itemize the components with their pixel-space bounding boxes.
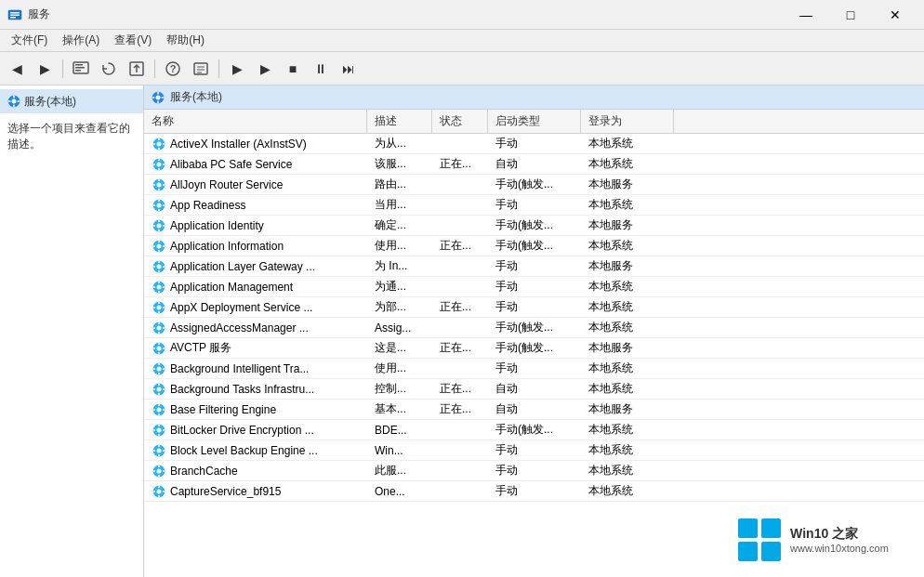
close-button[interactable]: ✕	[874, 0, 917, 30]
svg-rect-128	[153, 470, 155, 472]
col-header-login[interactable]: 登录为	[581, 110, 674, 133]
table-row[interactable]: Background Intelligent Tra... 使用... 手动 本…	[144, 359, 924, 379]
table-row[interactable]: Block Level Backup Engine ... Win... 手动 …	[144, 440, 924, 461]
td-status	[432, 265, 488, 269]
svg-point-125	[157, 468, 162, 473]
play-button[interactable]: ▶	[224, 56, 250, 82]
table-row[interactable]: AssignedAccessManager ... Assig... 手动(触发…	[144, 318, 924, 338]
svg-point-53	[157, 223, 162, 228]
minimize-button[interactable]: —	[785, 0, 827, 30]
td-status	[432, 449, 488, 452]
watermark-text-block: Win10 之家 www.win10xtong.com	[790, 526, 889, 554]
td-status	[432, 469, 488, 473]
td-status	[432, 490, 488, 493]
table-row[interactable]: ActiveX Installer (AxInstSV) 为从... 手动 本地…	[144, 134, 924, 154]
svg-rect-114	[158, 425, 160, 426]
td-status	[432, 203, 488, 207]
show-console-button[interactable]	[68, 56, 94, 82]
td-login: 本地系统	[581, 195, 674, 215]
td-desc: 此服...	[367, 461, 432, 480]
svg-point-77	[157, 305, 162, 309]
td-desc: One...	[367, 483, 432, 500]
export-button[interactable]	[124, 56, 150, 82]
service-icon	[152, 300, 166, 315]
table-row[interactable]: Application Identity 确定... 手动(触发... 本地服务	[144, 216, 924, 236]
pause-button[interactable]: ⏸	[308, 56, 334, 82]
col-header-startup[interactable]: 启动类型	[488, 110, 581, 133]
td-status	[432, 142, 488, 146]
svg-rect-60	[158, 241, 160, 243]
svg-rect-7	[75, 70, 81, 72]
svg-rect-91	[158, 352, 160, 354]
play2-button[interactable]: ▶	[252, 56, 278, 82]
svg-rect-103	[158, 393, 160, 395]
restart-button[interactable]: ⏭	[336, 56, 362, 82]
sidebar-header[interactable]: 服务(本地)	[0, 89, 143, 113]
table-row[interactable]: BitLocker Drive Encryption ... BDE... 手动…	[144, 420, 924, 440]
menu-view[interactable]: 查看(V)	[107, 31, 159, 50]
title-bar: 服务 — □ ✕	[0, 0, 924, 30]
table-row[interactable]: AppX Deployment Service ... 为部... 正在... …	[144, 297, 924, 318]
stop-button[interactable]: ■	[280, 56, 306, 82]
td-login: 本地系统	[581, 481, 674, 501]
svg-point-47	[157, 203, 162, 207]
table-row[interactable]: Background Tasks Infrastru... 控制... 正在..…	[144, 379, 924, 400]
svg-rect-44	[153, 184, 155, 186]
col-header-name[interactable]: 名称	[144, 110, 367, 133]
service-name: Block Level Backup Engine ...	[170, 444, 318, 457]
td-name: ActiveX Installer (AxInstSV)	[144, 135, 367, 153]
windows-logo-icon	[736, 517, 783, 563]
table-row[interactable]: App Readiness 当用... 手动 本地系统	[144, 195, 924, 216]
svg-rect-97	[158, 373, 160, 374]
svg-rect-90	[158, 343, 160, 345]
table-row[interactable]: Base Filtering Engine 基本... 正在... 自动 本地服…	[144, 400, 924, 420]
menu-action[interactable]: 操作(A)	[55, 31, 107, 50]
svg-rect-93	[163, 348, 165, 349]
back-button[interactable]: ◀	[4, 56, 30, 82]
svg-rect-67	[158, 270, 160, 272]
svg-rect-1	[10, 12, 20, 14]
td-status: 正在...	[432, 338, 488, 358]
table-row[interactable]: Application Layer Gateway ... 为 In... 手动…	[144, 256, 924, 277]
service-icon	[152, 137, 166, 151]
table-row[interactable]: Alibaba PC Safe Service 该服... 正在... 自动 本…	[144, 154, 924, 175]
td-startup: 手动(触发...	[488, 175, 581, 194]
maximize-button[interactable]: □	[829, 0, 872, 30]
svg-rect-42	[158, 179, 160, 181]
export-list-button[interactable]	[188, 56, 214, 82]
refresh-button[interactable]	[96, 56, 122, 82]
svg-rect-32	[153, 143, 155, 145]
menu-bar: 文件(F) 操作(A) 查看(V) 帮助(H)	[0, 30, 924, 52]
svg-rect-33	[163, 143, 165, 145]
menu-help[interactable]: 帮助(H)	[159, 31, 212, 50]
menu-file[interactable]: 文件(F)	[4, 31, 55, 50]
svg-rect-122	[153, 450, 155, 452]
help-button[interactable]: ?	[160, 56, 186, 82]
table-row[interactable]: AllJoyn Router Service 路由... 手动(触发... 本地…	[144, 175, 924, 195]
svg-rect-72	[158, 282, 160, 283]
svg-rect-69	[163, 266, 165, 268]
svg-rect-18	[13, 96, 15, 98]
service-name: Base Filtering Engine	[170, 403, 276, 416]
service-icon	[152, 321, 166, 335]
table-row[interactable]: BranchCache 此服... 手动 本地系统	[144, 461, 924, 481]
td-name: Application Information	[144, 237, 367, 256]
service-name: AppX Deployment Service ...	[170, 301, 312, 314]
table-row[interactable]: Application Information 使用... 正在... 手动(触…	[144, 236, 924, 256]
table-row[interactable]: Application Management 为通... 手动 本地系统	[144, 277, 924, 297]
td-startup: 手动	[488, 134, 581, 153]
forward-button[interactable]: ▶	[32, 56, 58, 82]
service-icon	[152, 443, 166, 458]
svg-rect-61	[158, 250, 160, 252]
col-header-desc[interactable]: 描述	[367, 110, 432, 133]
svg-rect-105	[163, 388, 165, 390]
td-name: AssignedAccessManager ...	[144, 319, 367, 337]
table-header: 名称 描述 状态 启动类型 登录为	[144, 110, 924, 134]
content-header-icon	[152, 91, 165, 104]
table-row[interactable]: AVCTP 服务 这是... 正在... 手动(触发... 本地服务	[144, 338, 924, 359]
td-startup: 手动(触发...	[488, 338, 581, 358]
table-row[interactable]: CaptureService_bf915 One... 手动 本地系统	[144, 481, 924, 502]
col-header-status[interactable]: 状态	[432, 110, 488, 133]
svg-rect-43	[158, 189, 160, 190]
svg-rect-3	[10, 17, 16, 19]
